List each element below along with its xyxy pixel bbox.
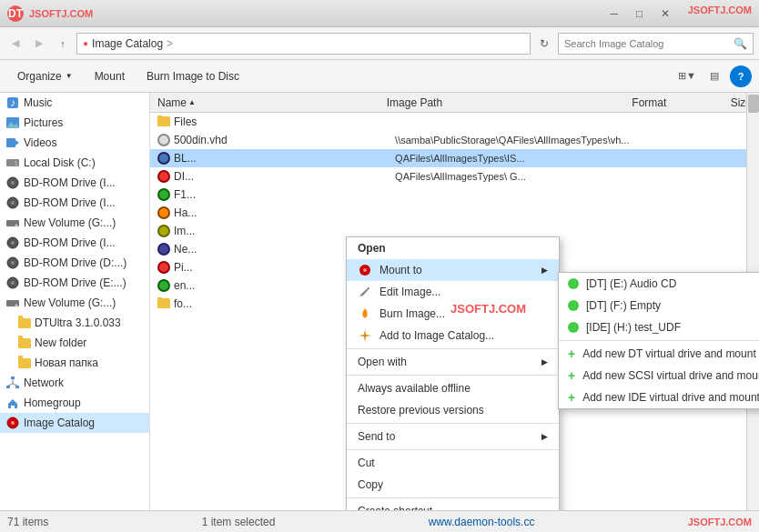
- sidebar-item-localdisk[interactable]: Local Disk (C:): [0, 153, 149, 173]
- hdd1-icon: [5, 216, 20, 230]
- svg-point-18: [11, 261, 15, 265]
- sidebar-item-bdrome[interactable]: BD-ROM Drive (E:...): [0, 273, 149, 293]
- burn-button[interactable]: Burn Image to Disc: [137, 65, 249, 88]
- sidebar-item-pictures[interactable]: Pictures: [0, 113, 149, 133]
- submenu-item-dt-e[interactable]: [DT] (E:) Audio CD: [559, 273, 759, 295]
- file-cell-name: DI...: [154, 170, 391, 183]
- file-name: en...: [174, 279, 195, 292]
- menu-add-catalog-label: Add to Image Catalog...: [380, 329, 494, 342]
- table-row[interactable]: Files: [150, 113, 759, 131]
- submenu-item-ide-h[interactable]: [IDE] (H:) test_UDF: [559, 316, 759, 338]
- menu-item-mount-to[interactable]: Mount to ▶: [347, 259, 559, 281]
- mount-button[interactable]: Mount: [85, 65, 135, 88]
- file-cell-path: QAFiles\AllImagesTypes\IS...: [391, 153, 646, 164]
- table-row[interactable]: 500din.vhd \\samba\PublicStorage\QAFiles…: [150, 131, 759, 149]
- menu-mount-to-label: Mount to: [380, 264, 422, 276]
- logo-text: DT: [8, 7, 23, 20]
- col-header-name[interactable]: Name ▲: [154, 96, 383, 109]
- scrollbar-thumb[interactable]: [748, 95, 759, 113]
- menu-item-send-to[interactable]: Send to ▶: [347, 426, 559, 447]
- folder-icon: [157, 116, 170, 126]
- sidebar-item-videos[interactable]: Videos: [0, 133, 149, 153]
- sidebar-item-bdrom3[interactable]: BD-ROM Drive (I...: [0, 233, 149, 253]
- refresh-button[interactable]: ↻: [534, 34, 554, 54]
- sidebar-item-bdromd[interactable]: BD-ROM Drive (D:...): [0, 253, 149, 273]
- sidebar-item-music[interactable]: ♪ Music: [0, 93, 149, 113]
- table-row[interactable]: BL... QAFiles\AllImagesTypes\IS...: [150, 149, 759, 167]
- minimize-button[interactable]: ─: [602, 5, 626, 23]
- sidebar-item-newfolder[interactable]: New folder: [0, 333, 149, 353]
- menu-separator-1: [347, 348, 559, 349]
- layout-button[interactable]: ▤: [703, 65, 726, 88]
- menu-item-restore[interactable]: Restore previous versions: [347, 399, 559, 421]
- view-toggle-button[interactable]: ⊞▼: [675, 65, 699, 88]
- green-dot-h: [568, 322, 579, 333]
- menu-item-create-shortcut[interactable]: Create shortcut: [347, 500, 559, 510]
- menu-item-add-catalog[interactable]: Add to Image Catalog...: [347, 325, 559, 346]
- menu-item-always-offline[interactable]: Always available offline: [347, 377, 559, 399]
- imagecatalog-icon: [5, 416, 20, 430]
- file-name: Pi...: [174, 261, 193, 274]
- context-menu: Open Mount to ▶ Edit Image... Burn Image…: [346, 236, 560, 510]
- svg-text:♪: ♪: [10, 96, 15, 109]
- menu-item-edit-image[interactable]: Edit Image...: [347, 281, 559, 303]
- sidebar-label-newfolder: New folder: [35, 336, 86, 349]
- svg-rect-6: [6, 159, 19, 166]
- burn-label: Burn Image to Disc: [147, 70, 239, 83]
- file-name: fo...: [174, 297, 192, 310]
- sidebar-item-newvol-g2[interactable]: New Volume (G:...): [0, 293, 149, 313]
- submenu-item-add-ide[interactable]: + Add new IDE virtual drive and mount: [559, 386, 759, 408]
- sidebar-label-homegroup: Homegroup: [24, 396, 81, 409]
- address-path[interactable]: ● Image Catalog >: [76, 33, 531, 55]
- forward-button[interactable]: ▶: [29, 34, 49, 54]
- sidebar-item-imagecatalog[interactable]: Image Catalog: [0, 413, 149, 433]
- sidebar-item-bdrom1[interactable]: BD-ROM Drive (I...: [0, 173, 149, 193]
- file-cell-path: QAFiles\AllImagesTypes\ G...: [391, 171, 646, 182]
- submenu-item-add-scsi[interactable]: + Add new SCSI virtual drive and mount: [559, 365, 759, 386]
- organize-button[interactable]: Organize ▼: [7, 65, 83, 88]
- organize-arrow: ▼: [66, 72, 73, 80]
- sidebar-label-localdisk: Local Disk (C:): [24, 156, 96, 169]
- table-row[interactable]: Ha...: [150, 204, 759, 222]
- submenu-item-add-dt[interactable]: + Add new DT virtual drive and mount: [559, 343, 759, 365]
- statusbar-url: www.daemon-tools.cc: [429, 516, 535, 528]
- close-button[interactable]: ✕: [653, 5, 677, 23]
- file-name: 500din.vhd: [174, 134, 228, 146]
- col-header-format[interactable]: Format: [628, 96, 726, 109]
- sidebar-label-novaya: Новая папка: [35, 356, 98, 369]
- sidebar-item-bdrom2[interactable]: BD-ROM Drive (I...: [0, 193, 149, 213]
- status-selected: 1 item selected: [202, 516, 276, 528]
- col-header-path[interactable]: Image Path: [383, 96, 629, 109]
- back-button[interactable]: ◀: [5, 34, 25, 54]
- up-button[interactable]: ↑: [53, 34, 73, 54]
- table-row[interactable]: DI... QAFiles\AllImagesTypes\ G...: [150, 167, 759, 186]
- svg-point-8: [15, 164, 17, 166]
- disc-icon: [157, 279, 170, 292]
- submenu-dt-f-label: [DT] (F:) Empty: [586, 299, 661, 312]
- search-icon: 🔍: [734, 37, 747, 50]
- sidebar-label-newvol-g2: New Volume (G:...): [24, 296, 116, 309]
- sidebar-item-newvol-g1[interactable]: New Volume (G:...): [0, 213, 149, 233]
- menu-item-cut[interactable]: Cut: [347, 452, 559, 474]
- submenu-item-dt-f[interactable]: [DT] (F:) Empty: [559, 295, 759, 316]
- folder-icon-dtultra: [18, 318, 31, 328]
- sidebar-item-dtultra[interactable]: DTUltra 3.1.0.033: [0, 313, 149, 333]
- menu-item-burn-image[interactable]: Burn Image...: [347, 303, 559, 325]
- menu-item-open-with[interactable]: Open with ▶: [347, 351, 559, 373]
- app-logo: DT: [7, 5, 24, 22]
- svg-rect-7: [15, 161, 17, 163]
- svg-point-10: [11, 181, 15, 185]
- edit-icon: [358, 285, 372, 299]
- sidebar-item-novaya[interactable]: Новая папка: [0, 353, 149, 373]
- table-row[interactable]: F1...: [150, 186, 759, 204]
- bdrom3-icon: [5, 236, 20, 250]
- main-layout: ♪ Music Pictures Videos Local Disk (C:) …: [0, 93, 759, 510]
- toolbar-right: ⊞▼ ▤ ?: [675, 65, 752, 88]
- maximize-button[interactable]: □: [628, 5, 652, 23]
- sidebar-item-network[interactable]: Network: [0, 373, 149, 393]
- help-button[interactable]: ?: [730, 65, 752, 87]
- sidebar-item-homegroup[interactable]: Homegroup: [0, 393, 149, 413]
- search-input[interactable]: [564, 38, 730, 49]
- menu-item-open[interactable]: Open: [347, 237, 559, 259]
- menu-item-copy[interactable]: Copy: [347, 474, 559, 496]
